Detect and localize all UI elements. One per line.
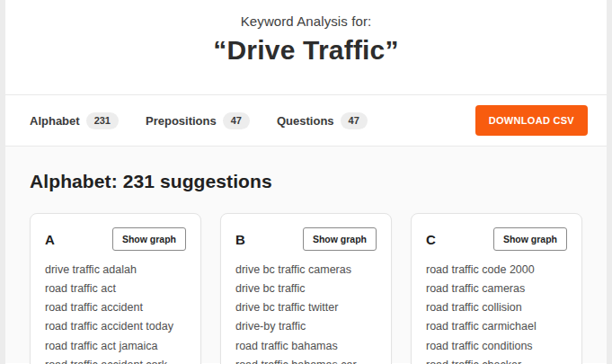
card-header: BShow graph [235,227,377,251]
tab-questions[interactable]: Questions47 [277,112,368,129]
page-title: “Drive Traffic” [5,35,607,66]
header-subtitle: Keyword Analysis for: [5,13,607,29]
tab-count-badge: 47 [341,112,368,129]
cards-grid: AShow graphdrive traffic adalahroad traf… [30,213,582,364]
card-letter: C [426,232,436,247]
tab-label: Questions [277,114,334,128]
keyword-item: road traffic bahamas car license renewal [235,357,377,364]
letter-card-b: BShow graphdrive bc traffic camerasdrive… [220,213,392,364]
card-header: AShow graph [45,227,186,251]
keyword-item: drive bc traffic twitter [235,299,377,315]
page: Keyword Analysis for: “Drive Traffic” Al… [5,0,607,364]
keyword-item: road traffic conditions [426,338,567,354]
keyword-item: road traffic accident [45,299,186,315]
tab-count-badge: 47 [223,112,250,129]
main-section: Alphabet: 231 suggestions AShow graphdri… [5,146,607,363]
keyword-item: drive traffic adalah [45,262,186,278]
keyword-item: road traffic accident today [45,318,186,334]
tab-label: Prepositions [146,114,217,128]
keyword-item: road traffic accident cork today [45,357,186,364]
keyword-item: road traffic code 2000 [426,262,567,278]
section-heading: Alphabet: 231 suggestions [30,171,582,192]
keyword-item: road traffic act [45,280,186,297]
letter-card-a: AShow graphdrive traffic adalahroad traf… [30,213,201,364]
keyword-item: drive bc traffic cameras [235,262,377,278]
keyword-item: road traffic bahamas [235,338,377,354]
tab-prepositions[interactable]: Prepositions47 [146,112,250,129]
show-graph-button[interactable]: Show graph [493,227,567,251]
keyword-item: road traffic collision [426,299,567,315]
tab-label: Alphabet [30,114,80,128]
card-letter: B [235,232,245,247]
keyword-item: drive bc traffic [235,280,377,297]
keyword-list: drive traffic adalahroad traffic actroad… [45,262,186,364]
keyword-item: road traffic checker [426,357,567,364]
card-letter: A [45,232,55,247]
tab-bar: Alphabet231Prepositions47Questions47 DOW… [5,95,607,146]
show-graph-button[interactable]: Show graph [112,227,186,251]
page-header: Keyword Analysis for: “Drive Traffic” [5,0,607,95]
keyword-item: road traffic carmichael [426,318,567,334]
tab-alphabet[interactable]: Alphabet231 [30,112,119,129]
card-header: CShow graph [426,227,567,251]
keyword-list: road traffic code 2000road traffic camer… [426,262,567,364]
keyword-item: road traffic act jamaica [45,338,186,354]
keyword-item: road traffic cameras [426,280,567,297]
keyword-item: drive-by traffic [235,318,377,334]
tabs-group: Alphabet231Prepositions47Questions47 [30,112,368,129]
show-graph-button[interactable]: Show graph [303,227,377,251]
keyword-list: drive bc traffic camerasdrive bc traffic… [235,262,377,364]
letter-card-c: CShow graphroad traffic code 2000road tr… [411,213,582,364]
tab-count-badge: 231 [86,112,119,129]
download-csv-button[interactable]: DOWNLOAD CSV [475,105,588,136]
